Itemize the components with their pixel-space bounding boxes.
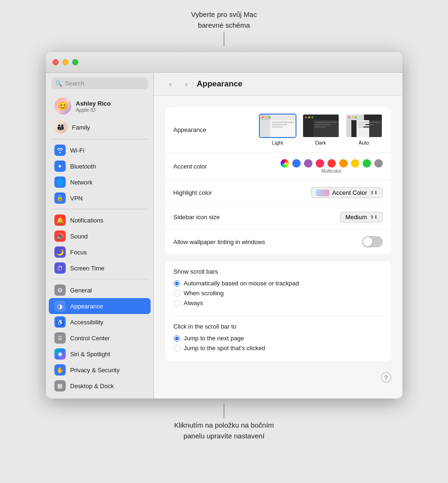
color-dots: Multicolor [281, 159, 383, 174]
color-dot-multicolor[interactable] [281, 159, 289, 168]
click-scroll-clicked-label: Jump to the spot that's clicked [184, 345, 266, 352]
color-dot-orange[interactable] [339, 159, 348, 168]
click-scroll-nextpage-radio[interactable] [174, 335, 180, 342]
wallpaper-tinting-toggle[interactable] [362, 236, 383, 247]
sidebar-item-label: Siri & Spotlight [70, 351, 110, 358]
sidebar-item-notifications[interactable]: 🔔 Notifications [49, 212, 151, 228]
sidebar-item-privacy[interactable]: ✋ Privacy & Security [49, 362, 151, 378]
page-title: Appearance [197, 79, 243, 89]
sidebar-item-desktop[interactable]: ▦ Desktop & Dock [49, 378, 151, 394]
annotation-bottom-line2: panelu upravíte nastavení [183, 432, 265, 440]
sidebar-item-label: Sound [70, 233, 88, 240]
sidebar-item-general[interactable]: ⚙ General [49, 282, 151, 298]
annotation-top: Vyberte pro svůj Mac barevné schéma [191, 9, 257, 46]
appearance-options: Light [259, 114, 383, 146]
minimize-button[interactable] [62, 59, 68, 65]
accent-color-control: Multicolor [258, 159, 383, 174]
click-scroll-bar-title: Click in the scroll bar to [174, 323, 383, 330]
divider [52, 139, 148, 139]
appearance-option-auto[interactable]: Auto [345, 114, 383, 146]
appearance-option-label-light: Light [272, 140, 283, 146]
sidebar-item-controlcenter[interactable]: ☰ Control Center [49, 330, 151, 346]
screentime-icon: ⏱ [54, 262, 66, 274]
appearance-thumb-light [259, 114, 296, 138]
sidebar-item-accessibility[interactable]: ♿ Accessibility [49, 314, 151, 330]
appearance-thumb-dark [302, 114, 340, 138]
sidebar-item-label: VPN [70, 195, 83, 202]
appearance-option-dark[interactable]: Dark [302, 114, 340, 146]
user-subtitle: Apple ID [76, 107, 111, 113]
scroll-bars-scrolling-item: When scrolling [174, 290, 383, 297]
sidebar-icon-size-dropdown[interactable]: Medium ⬆⬇ [340, 212, 382, 222]
sidebar-item-label: Notifications [70, 217, 104, 224]
bluetooth-icon: ✦ [54, 161, 66, 172]
appearance-options-control: Light [258, 114, 383, 146]
close-button[interactable] [53, 59, 59, 65]
siri-icon: ◉ [54, 348, 66, 360]
sidebar-item-label: Desktop & Dock [70, 383, 114, 390]
content-area: 🔍 Search 😊 Ashley Rico Apple ID 👨‍👩‍👧 Fa… [46, 73, 402, 399]
appearance-option-label-dark: Dark [315, 140, 326, 146]
help-button[interactable]: ? [381, 372, 391, 383]
user-profile-item[interactable]: 😊 Ashley Rico Apple ID [49, 95, 151, 117]
family-item[interactable]: 👨‍👩‍👧 Family [49, 118, 151, 136]
click-scroll-bar-section: Click in the scroll bar to Jump to the n… [165, 316, 391, 361]
maximize-button[interactable] [72, 59, 78, 65]
network-icon: 🌐 [54, 176, 66, 188]
sidebar-item-label: Wi-Fi [70, 147, 84, 154]
sidebar-icon-size-value: Medium [345, 214, 367, 221]
nav-forward-button[interactable]: › [181, 78, 192, 90]
scroll-bars-always-item: Always [174, 299, 383, 307]
controlcenter-icon: ☰ [54, 332, 66, 344]
avatar: 😊 [54, 98, 71, 115]
color-dot-green[interactable] [363, 159, 371, 168]
user-name: Ashley Rico [76, 100, 111, 107]
dropdown-arrows-icon: ⬆⬇ [370, 190, 378, 195]
sidebar-item-network[interactable]: 🌐 Network [49, 174, 151, 190]
sidebar-item-vpn[interactable]: 🔒 VPN [49, 190, 151, 206]
show-scroll-bars-section: Show scroll bars Automatically based on … [165, 261, 391, 316]
sidebar-item-screentime[interactable]: ⏱ Screen Time [49, 260, 151, 276]
sidebar-item-focus[interactable]: 🌙 Focus [49, 244, 151, 260]
wifi-icon [54, 145, 66, 156]
sidebar-item-sound[interactable]: 🔊 Sound [49, 228, 151, 244]
sidebar-item-label-family: Family [72, 124, 90, 131]
accent-color-sublabel: Multicolor [321, 169, 342, 174]
general-icon: ⚙ [54, 284, 66, 296]
color-dot-blue[interactable] [292, 159, 301, 168]
click-scroll-clicked-radio[interactable] [174, 345, 180, 352]
appearance-row: Appearance [165, 107, 391, 153]
appearance-option-light[interactable]: Light [259, 114, 296, 146]
notifications-icon: 🔔 [54, 215, 66, 226]
sidebar-item-bluetooth[interactable]: ✦ Bluetooth [49, 158, 151, 174]
sidebar-item-appearance[interactable]: ◑ Appearance [49, 298, 151, 314]
color-dot-purple[interactable] [304, 159, 312, 168]
sidebar-item-label: Accessibility [70, 319, 104, 326]
sidebar-item-label: General [70, 287, 92, 294]
color-dot-graphite[interactable] [374, 159, 383, 168]
nav-back-button[interactable]: ‹ [165, 78, 176, 90]
scroll-bars-auto-radio[interactable] [174, 280, 180, 287]
sidebar-item-label: Screen Time [70, 265, 105, 272]
wallpaper-tinting-row: Allow wallpaper tinting in windows [165, 230, 391, 254]
highlight-color-dropdown[interactable]: Accent Color ⬆⬇ [311, 187, 382, 198]
focus-icon: 🌙 [54, 246, 66, 258]
color-dot-pink[interactable] [316, 159, 324, 168]
wallpaper-tinting-label: Allow wallpaper tinting in windows [174, 238, 266, 245]
search-box[interactable]: 🔍 Search [52, 77, 148, 89]
click-scroll-nextpage-label: Jump to the next page [184, 335, 244, 342]
sidebar-item-siri[interactable]: ◉ Siri & Spotlight [49, 346, 151, 362]
annotation-bottom-line1: Kliknutím na položku na bočním [174, 421, 274, 429]
color-dot-red[interactable] [327, 159, 336, 168]
sidebar-item-label: Focus [70, 249, 87, 256]
scroll-bars-scrolling-radio[interactable] [174, 290, 180, 297]
color-dot-yellow[interactable] [351, 159, 359, 168]
highlight-color-value: Accent Color [332, 189, 367, 196]
sidebar-item-label: Appearance [70, 303, 103, 310]
highlight-color-row: Highlight color Accent Color ⬆⬇ [165, 181, 391, 205]
scroll-bars-always-radio[interactable] [174, 300, 180, 307]
sidebar-icon-size-row: Sidebar icon size Medium ⬆⬇ [165, 205, 391, 230]
sidebar-item-wifi[interactable]: Wi-Fi [49, 142, 151, 158]
click-scroll-clicked-item: Jump to the spot that's clicked [174, 345, 383, 352]
scroll-bars-auto-label: Automatically based on mouse or trackpad [184, 280, 299, 287]
